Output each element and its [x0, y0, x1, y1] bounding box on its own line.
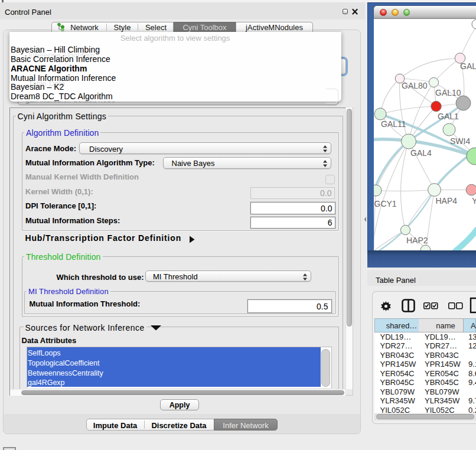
svg-text:GAL1: GAL1 [438, 112, 459, 121]
svg-text:GAL80: GAL80 [402, 81, 428, 90]
svg-text:SWI4: SWI4 [450, 136, 470, 146]
svg-text:GAL10: GAL10 [435, 88, 461, 97]
svg-text:Y: Y [472, 196, 476, 206]
svg-text:GCY1: GCY1 [374, 199, 397, 208]
svg-text:HAP2: HAP2 [406, 236, 428, 245]
svg-text:HAP4: HAP4 [436, 196, 458, 206]
svg-text:GAL11: GAL11 [381, 119, 406, 129]
svg-text:GAL4: GAL4 [410, 148, 432, 158]
svg-text:GAL7: GAL7 [460, 61, 476, 71]
